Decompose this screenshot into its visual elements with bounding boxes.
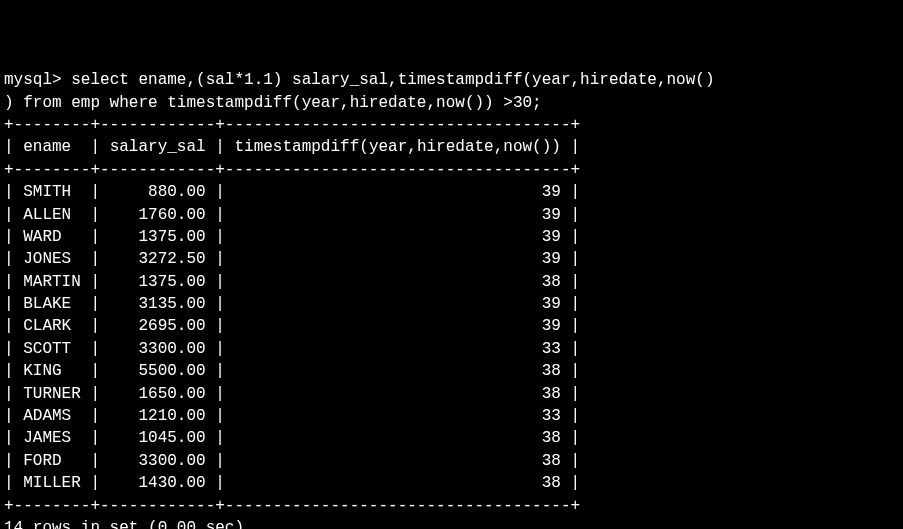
table-row: | BLAKE | 3135.00 | 39 | [4,295,580,313]
table-row: | MILLER | 1430.00 | 38 | [4,474,580,492]
table-header-row: | ename | salary_sal | timestampdiff(yea… [4,138,580,156]
table-row: | SCOTT | 3300.00 | 33 | [4,340,580,358]
table-row: | MARTIN | 1375.00 | 38 | [4,273,580,291]
table-border-top: +--------+------------+-----------------… [4,116,580,134]
table-row: | TURNER | 1650.00 | 38 | [4,385,580,403]
table-row: | WARD | 1375.00 | 39 | [4,228,580,246]
table-row: | ALLEN | 1760.00 | 39 | [4,206,580,224]
table-row: | ADAMS | 1210.00 | 33 | [4,407,580,425]
result-status: 14 rows in set (0.00 sec) [4,519,244,529]
table-row: | JONES | 3272.50 | 39 | [4,250,580,268]
table-row: | KING | 5500.00 | 38 | [4,362,580,380]
table-border-mid: +--------+------------+-----------------… [4,161,580,179]
table-row: | FORD | 3300.00 | 38 | [4,452,580,470]
mysql-prompt[interactable]: mysql> [4,71,71,89]
table-row: | SMITH | 880.00 | 39 | [4,183,580,201]
sql-query-text: select ename,(sal*1.1) salary_sal,timest… [4,71,715,111]
table-row: | JAMES | 1045.00 | 38 | [4,429,580,447]
table-row: | CLARK | 2695.00 | 39 | [4,317,580,335]
table-border-bottom: +--------+------------+-----------------… [4,497,580,515]
mysql-terminal-output: mysql> select ename,(sal*1.1) salary_sal… [0,45,903,529]
